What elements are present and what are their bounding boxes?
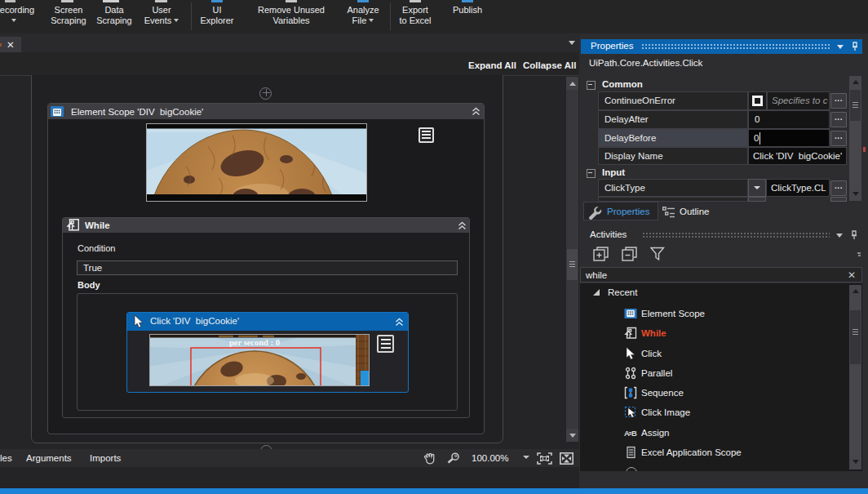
svg-text:A: A [624,429,630,438]
svg-text:B: B [631,429,637,438]
svg-text:per second : 0: per second : 0 [229,338,280,347]
